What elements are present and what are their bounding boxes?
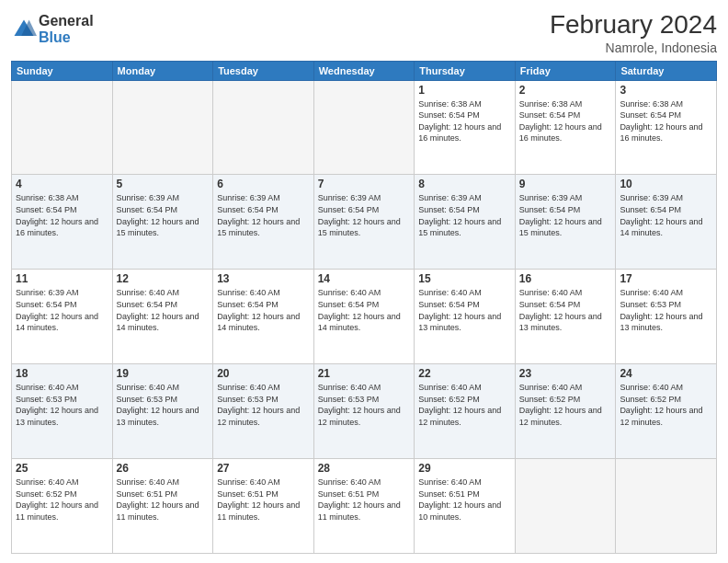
day-number: 19: [117, 367, 210, 380]
calendar-week-row: 1Sunrise: 6:38 AMSunset: 6:54 PMDaylight…: [12, 80, 717, 175]
day-info: Sunrise: 6:39 AMSunset: 6:54 PMDaylight:…: [519, 192, 612, 238]
calendar-cell: 26Sunrise: 6:40 AMSunset: 6:51 PMDayligh…: [112, 459, 213, 554]
calendar-cell: 4Sunrise: 6:38 AMSunset: 6:54 PMDaylight…: [12, 175, 113, 270]
calendar-cell: [112, 80, 213, 175]
calendar-cell: [12, 80, 113, 175]
day-info: Sunrise: 6:40 AMSunset: 6:53 PMDaylight:…: [217, 382, 310, 428]
day-info: Sunrise: 6:40 AMSunset: 6:52 PMDaylight:…: [418, 382, 511, 428]
calendar-day-header: Wednesday: [313, 61, 415, 80]
calendar-day-header: Saturday: [616, 61, 717, 80]
calendar-cell: 21Sunrise: 6:40 AMSunset: 6:53 PMDayligh…: [313, 364, 415, 459]
day-number: 17: [620, 272, 712, 285]
calendar-cell: [213, 80, 314, 175]
day-info: Sunrise: 6:40 AMSunset: 6:54 PMDaylight:…: [519, 287, 612, 333]
calendar-cell: 6Sunrise: 6:39 AMSunset: 6:54 PMDaylight…: [213, 175, 314, 270]
calendar-cell: 18Sunrise: 6:40 AMSunset: 6:53 PMDayligh…: [12, 364, 113, 459]
day-number: 16: [519, 272, 612, 285]
day-info: Sunrise: 6:40 AMSunset: 6:51 PMDaylight:…: [318, 477, 411, 523]
calendar-week-row: 11Sunrise: 6:39 AMSunset: 6:54 PMDayligh…: [12, 270, 717, 364]
day-number: 6: [217, 178, 310, 190]
day-number: 5: [117, 178, 210, 190]
day-number: 9: [519, 178, 612, 190]
day-number: 14: [318, 272, 411, 285]
header: General Blue February 2024 Namrole, Indo…: [11, 9, 717, 55]
day-number: 21: [318, 367, 411, 380]
main-title: February 2024: [550, 9, 717, 40]
day-info: Sunrise: 6:38 AMSunset: 6:54 PMDaylight:…: [519, 98, 612, 144]
day-number: 10: [620, 178, 712, 190]
day-info: Sunrise: 6:40 AMSunset: 6:53 PMDaylight:…: [16, 382, 108, 428]
day-number: 13: [217, 272, 310, 285]
calendar-cell: 17Sunrise: 6:40 AMSunset: 6:53 PMDayligh…: [616, 270, 717, 364]
day-number: 22: [418, 367, 511, 380]
day-info: Sunrise: 6:40 AMSunset: 6:51 PMDaylight:…: [418, 477, 511, 523]
calendar-cell: 28Sunrise: 6:40 AMSunset: 6:51 PMDayligh…: [313, 459, 415, 554]
day-number: 28: [318, 462, 411, 475]
calendar-day-header: Sunday: [12, 61, 113, 80]
day-info: Sunrise: 6:40 AMSunset: 6:52 PMDaylight:…: [620, 382, 712, 428]
day-info: Sunrise: 6:39 AMSunset: 6:54 PMDaylight:…: [418, 192, 511, 238]
day-number: 11: [16, 272, 108, 285]
day-info: Sunrise: 6:40 AMSunset: 6:54 PMDaylight:…: [117, 287, 210, 333]
day-number: 27: [217, 462, 310, 475]
calendar-cell: 10Sunrise: 6:39 AMSunset: 6:54 PMDayligh…: [616, 175, 717, 270]
calendar-cell: 19Sunrise: 6:40 AMSunset: 6:53 PMDayligh…: [112, 364, 213, 459]
day-number: 25: [16, 462, 108, 475]
day-number: 18: [16, 367, 108, 380]
day-info: Sunrise: 6:38 AMSunset: 6:54 PMDaylight:…: [16, 192, 108, 238]
day-info: Sunrise: 6:39 AMSunset: 6:54 PMDaylight:…: [117, 192, 210, 238]
calendar-week-row: 25Sunrise: 6:40 AMSunset: 6:52 PMDayligh…: [12, 459, 717, 554]
day-info: Sunrise: 6:40 AMSunset: 6:54 PMDaylight:…: [418, 287, 511, 333]
logo-blue: Blue: [39, 29, 94, 46]
logo: General Blue: [11, 13, 94, 45]
calendar-cell: [313, 80, 415, 175]
calendar-cell: 22Sunrise: 6:40 AMSunset: 6:52 PMDayligh…: [415, 364, 516, 459]
calendar-day-header: Friday: [515, 61, 616, 80]
day-number: 26: [117, 462, 210, 475]
calendar-cell: 11Sunrise: 6:39 AMSunset: 6:54 PMDayligh…: [12, 270, 113, 364]
calendar-cell: 3Sunrise: 6:38 AMSunset: 6:54 PMDaylight…: [616, 80, 717, 175]
day-number: 2: [519, 84, 612, 97]
day-info: Sunrise: 6:40 AMSunset: 6:51 PMDaylight:…: [217, 477, 310, 523]
logo-icon: [11, 17, 37, 42]
day-number: 29: [418, 462, 511, 475]
calendar-day-header: Tuesday: [213, 61, 314, 80]
day-number: 24: [620, 367, 712, 380]
day-info: Sunrise: 6:40 AMSunset: 6:52 PMDaylight:…: [16, 477, 108, 523]
calendar-cell: 16Sunrise: 6:40 AMSunset: 6:54 PMDayligh…: [515, 270, 616, 364]
calendar-cell: 24Sunrise: 6:40 AMSunset: 6:52 PMDayligh…: [616, 364, 717, 459]
calendar-cell: 13Sunrise: 6:40 AMSunset: 6:54 PMDayligh…: [213, 270, 314, 364]
logo-text: General Blue: [39, 13, 94, 45]
calendar-cell: 23Sunrise: 6:40 AMSunset: 6:52 PMDayligh…: [515, 364, 616, 459]
calendar-cell: 12Sunrise: 6:40 AMSunset: 6:54 PMDayligh…: [112, 270, 213, 364]
day-number: 12: [117, 272, 210, 285]
day-number: 8: [418, 178, 511, 190]
calendar-header-row: SundayMondayTuesdayWednesdayThursdayFrid…: [12, 61, 717, 80]
day-info: Sunrise: 6:39 AMSunset: 6:54 PMDaylight:…: [318, 192, 411, 238]
day-info: Sunrise: 6:40 AMSunset: 6:54 PMDaylight:…: [217, 287, 310, 333]
calendar-table: SundayMondayTuesdayWednesdayThursdayFrid…: [11, 61, 717, 554]
calendar-week-row: 4Sunrise: 6:38 AMSunset: 6:54 PMDaylight…: [12, 175, 717, 270]
calendar-cell: 27Sunrise: 6:40 AMSunset: 6:51 PMDayligh…: [213, 459, 314, 554]
day-info: Sunrise: 6:40 AMSunset: 6:53 PMDaylight:…: [318, 382, 411, 428]
calendar-cell: 15Sunrise: 6:40 AMSunset: 6:54 PMDayligh…: [415, 270, 516, 364]
day-number: 15: [418, 272, 511, 285]
page: General Blue February 2024 Namrole, Indo…: [0, 0, 728, 563]
day-info: Sunrise: 6:40 AMSunset: 6:54 PMDaylight:…: [318, 287, 411, 333]
calendar-cell: 9Sunrise: 6:39 AMSunset: 6:54 PMDaylight…: [515, 175, 616, 270]
day-number: 23: [519, 367, 612, 380]
calendar-day-header: Thursday: [415, 61, 516, 80]
day-number: 4: [16, 178, 108, 190]
calendar-week-row: 18Sunrise: 6:40 AMSunset: 6:53 PMDayligh…: [12, 364, 717, 459]
subtitle: Namrole, Indonesia: [550, 40, 717, 55]
calendar-cell: 1Sunrise: 6:38 AMSunset: 6:54 PMDaylight…: [415, 80, 516, 175]
calendar-cell: 2Sunrise: 6:38 AMSunset: 6:54 PMDaylight…: [515, 80, 616, 175]
day-info: Sunrise: 6:40 AMSunset: 6:53 PMDaylight:…: [620, 287, 712, 333]
calendar-cell: 20Sunrise: 6:40 AMSunset: 6:53 PMDayligh…: [213, 364, 314, 459]
calendar-cell: 8Sunrise: 6:39 AMSunset: 6:54 PMDaylight…: [415, 175, 516, 270]
day-number: 7: [318, 178, 411, 190]
day-number: 3: [620, 84, 712, 97]
day-info: Sunrise: 6:40 AMSunset: 6:52 PMDaylight:…: [519, 382, 612, 428]
day-number: 1: [418, 84, 511, 97]
logo-general: General: [39, 13, 94, 29]
